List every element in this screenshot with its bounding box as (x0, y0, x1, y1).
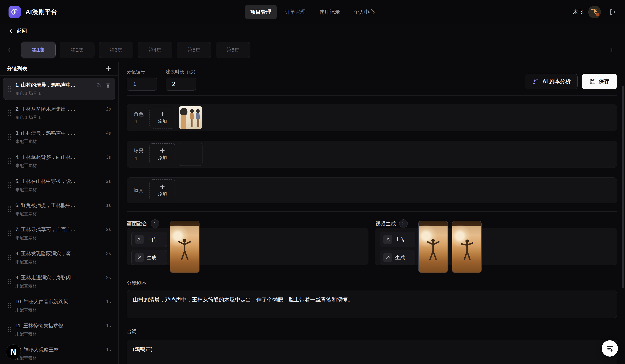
shot-list-item[interactable]: 3. 山村清晨，鸡鸣声中，... 4s 未配置素材 (3, 126, 115, 148)
add-label: 添加 (158, 118, 167, 124)
shot-number-input[interactable]: 1 (127, 78, 157, 91)
plus-icon (160, 148, 165, 153)
shot-duration: 1s (106, 299, 111, 304)
video-thumbnail-2[interactable] (452, 221, 482, 273)
drag-handle-icon[interactable] (8, 231, 11, 236)
generation-row: 画面融合 1 上传 (127, 212, 617, 265)
save-button[interactable]: 保存 (582, 74, 617, 89)
episode-tab[interactable]: 第1集 (21, 42, 56, 58)
avatar[interactable]: 飞 (588, 6, 601, 18)
shot-list-item[interactable]: 8. 王林发现隐蔽洞穴，雾... 3s 未配置素材 (3, 246, 115, 268)
episode-tab-label: 第4集 (148, 46, 162, 54)
fusion-panel: 上传 生成 (127, 228, 369, 265)
drag-handle-icon[interactable] (8, 279, 11, 284)
character-row: 角色 1 添加 (127, 104, 617, 131)
shot-list-item[interactable]: 4. 王林拿起背篓，向山林... 3s 未配置素材 (3, 150, 115, 172)
video-title: 视频生成 (375, 220, 396, 227)
drag-handle-icon[interactable] (8, 134, 11, 140)
shot-duration: 2s (106, 179, 111, 184)
character-thumbnail[interactable] (179, 106, 202, 129)
shot-duration: 1s (106, 323, 111, 328)
tabs-prev-button[interactable] (5, 46, 13, 54)
shot-title: 7. 王林寻找草药，自言自... (15, 226, 104, 233)
shot-duration: 2s (106, 275, 111, 280)
fusion-upload-button[interactable]: 上传 (131, 232, 167, 247)
add-character-button[interactable]: 添加 (150, 107, 175, 128)
delete-shot-button[interactable] (105, 82, 111, 88)
shot-meta: 未配置素材 (15, 355, 111, 361)
nav-item-label: 订单管理 (285, 8, 306, 16)
shot-title: 3. 山村清晨，鸡鸣声中，... (15, 130, 104, 136)
shot-title: 2. 王林从简陋木屋走出，... (15, 106, 104, 112)
episode-tab[interactable]: 第4集 (138, 42, 172, 58)
lines-textarea[interactable]: (鸡鸣声) (127, 340, 617, 364)
character-count: 1 (134, 120, 150, 124)
top-navbar: AI漫剧平台 项目管理 订单管理 使用记录 个人中心 木飞 飞 (0, 0, 625, 24)
scrollbar-thumb[interactable] (622, 86, 624, 288)
nextjs-dev-badge[interactable]: N (6, 344, 21, 359)
add-shot-button[interactable] (105, 65, 112, 72)
shot-meta: 未配置素材 (15, 307, 111, 313)
video-generation-section: 视频生成 2 上传 (375, 219, 617, 265)
episode-tab-label: 第2集 (71, 46, 84, 54)
episode-tab[interactable]: 第2集 (60, 42, 94, 58)
add-scene-button[interactable]: 添加 (150, 143, 175, 165)
drag-handle-icon[interactable] (8, 327, 11, 332)
fusion-image-thumbnail[interactable] (170, 221, 199, 273)
drag-handle-icon[interactable] (8, 303, 11, 308)
back-label: 返回 (16, 28, 27, 35)
main-nav: 项目管理 订单管理 使用记录 个人中心 (245, 5, 380, 19)
nav-item[interactable]: 订单管理 (279, 5, 311, 19)
shot-list-item[interactable]: 10. 神秘人声音低沉询问 1s 未配置素材 (3, 294, 115, 316)
shot-duration: 1s (106, 203, 111, 208)
sparkles-icon (532, 78, 539, 85)
episode-tab[interactable]: 第5集 (177, 42, 211, 58)
shot-list-item[interactable]: 6. 野兔被捕捉，王林眼中... 1s 未配置素材 (3, 198, 115, 220)
shot-title: 8. 王林发现隐蔽洞穴，雾... (15, 250, 104, 257)
upload-label: 上传 (147, 236, 156, 243)
shot-meta: 未配置素材 (15, 187, 111, 193)
drag-handle-icon[interactable] (8, 158, 11, 164)
lines-label: 台词 (127, 328, 617, 335)
shot-list-item[interactable]: 9. 王林走进洞穴，身影闪... 2s 未配置素材 (3, 270, 115, 292)
duration-input[interactable]: 2 (166, 78, 196, 91)
shot-meta: 角色 1 场景 1 (15, 91, 111, 96)
video-count-badge: 2 (399, 219, 408, 228)
drag-handle-icon[interactable] (8, 255, 11, 260)
shot-duration: 4s (106, 130, 111, 136)
shot-list-header: 分镜列表 (0, 62, 118, 76)
plus-icon (160, 184, 165, 189)
drag-handle-icon[interactable] (8, 86, 11, 92)
shot-list-item[interactable]: 7. 王林寻找草药，自言自... 2s 未配置素材 (3, 222, 115, 244)
nav-item[interactable]: 使用记录 (314, 5, 346, 19)
nav-item[interactable]: 项目管理 (245, 5, 277, 19)
tabs-next-button[interactable] (608, 46, 615, 54)
shot-list-item[interactable]: 1. 山村的清晨，鸡鸣声中... 2s 角色 1 场景 1 (3, 78, 115, 100)
video-upload-button[interactable]: 上传 (380, 232, 415, 247)
script-textarea[interactable]: 山村的清晨，鸡鸣声中，王林从简陋的木屋中走出，伸了个懒腰，脸上带着一丝青涩和懵懂… (127, 290, 617, 318)
logout-button[interactable] (609, 8, 617, 16)
video-thumbnail-1[interactable] (418, 221, 448, 273)
drag-handle-icon[interactable] (8, 110, 11, 116)
drag-handle-icon[interactable] (8, 182, 11, 188)
shot-list-item[interactable]: 5. 王林在山林中穿梭，设... 2s 未配置素材 (3, 174, 115, 196)
magic-wand-icon (135, 253, 144, 262)
nav-item[interactable]: 个人中心 (348, 5, 380, 19)
fusion-generate-button[interactable]: 生成 (131, 250, 167, 265)
episode-tab[interactable]: 第6集 (216, 42, 250, 58)
ai-assistant-fab[interactable] (602, 340, 618, 357)
ai-script-analysis-button[interactable]: AI 剧本分析 (525, 74, 578, 89)
drag-handle-icon[interactable] (8, 207, 11, 212)
add-prop-button[interactable]: 添加 (150, 180, 175, 201)
shot-meta: 角色 1 场景 1 (15, 115, 111, 120)
episode-tab[interactable]: 第3集 (99, 42, 133, 58)
shot-list-item[interactable]: 2. 王林从简陋木屋走出，... 2s 角色 1 场景 1 (3, 102, 115, 124)
shot-list-item[interactable]: 11. 王林惊慌失措求饶 1s 未配置素材 (3, 318, 115, 340)
nav-item-label: 使用记录 (319, 8, 340, 16)
shot-meta: 未配置素材 (15, 211, 111, 217)
video-generate-button[interactable]: 生成 (380, 250, 415, 265)
back-button[interactable]: 返回 (8, 28, 27, 35)
scene-thumbnail[interactable] (179, 143, 202, 166)
user-area: 木飞 飞 (573, 6, 617, 18)
sparkle-logo-icon (11, 8, 19, 16)
